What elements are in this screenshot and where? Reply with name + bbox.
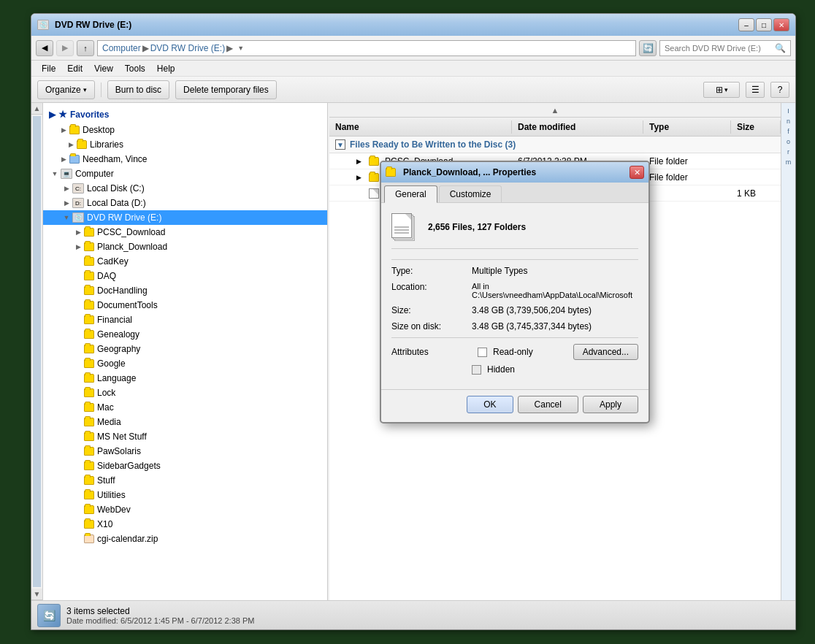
- nav-stuff[interactable]: Stuff: [43, 473, 327, 488]
- nav-dvd-drive[interactable]: ▼ 💿 DVD RW Drive (E:): [43, 210, 327, 225]
- local-d-label: Local Data (D:): [87, 198, 146, 208]
- advanced-button[interactable]: Advanced...: [573, 344, 638, 360]
- file-size: [731, 176, 781, 179]
- dvd-expand-icon[interactable]: ▼: [61, 212, 72, 223]
- menu-file[interactable]: File: [36, 62, 61, 75]
- help-button[interactable]: ?: [770, 82, 789, 98]
- nav-pcsc[interactable]: ▶ PCSC_Download: [43, 225, 327, 239]
- financial-label: Financial: [97, 315, 132, 325]
- pcsc-expand-icon[interactable]: ▶: [72, 226, 84, 238]
- organize-button[interactable]: Organize ▾: [37, 80, 95, 99]
- planck-expand-icon[interactable]: ▶: [72, 241, 84, 253]
- libraries-expand-icon[interactable]: ▶: [65, 139, 77, 150]
- nav-financial[interactable]: Financial: [43, 313, 327, 327]
- msnetstuff-label: MS Net Stuff: [97, 432, 147, 442]
- menu-tools[interactable]: Tools: [119, 62, 151, 75]
- ok-button[interactable]: OK: [467, 396, 513, 413]
- refresh-button[interactable]: 🔄: [639, 40, 657, 56]
- nav-webdev[interactable]: WebDev: [43, 502, 327, 517]
- nav-media[interactable]: Media: [43, 415, 327, 429]
- nav-geography[interactable]: Geography: [43, 342, 327, 356]
- nav-x10[interactable]: X10: [43, 517, 327, 532]
- local-c-expand-icon[interactable]: ▶: [61, 183, 72, 194]
- group-expand-icon[interactable]: ▼: [335, 139, 345, 150]
- dialog-close-button[interactable]: ✕: [630, 166, 644, 179]
- dialog-file-info: 2,656 Files, 127 Folders: [391, 213, 638, 249]
- nav-sidebargadgets[interactable]: SidebarGadgets: [43, 459, 327, 473]
- tab-general[interactable]: General: [384, 185, 437, 203]
- nav-genealogy[interactable]: Genealogy: [43, 327, 327, 342]
- favorites-header[interactable]: ▶ ★ Favorites: [43, 106, 327, 123]
- nav-language[interactable]: Language: [43, 371, 327, 386]
- file-expand-icon[interactable]: ▶: [351, 174, 366, 181]
- computer-label: Computer: [75, 169, 114, 179]
- computer-expand-icon[interactable]: ▼: [49, 168, 61, 180]
- file-expand-icon[interactable]: ▶: [351, 158, 366, 165]
- col-header-size[interactable]: Size: [731, 120, 781, 134]
- nav-msnetstuff[interactable]: MS Net Stuff: [43, 429, 327, 444]
- readonly-checkbox[interactable]: [478, 348, 487, 357]
- dialog-title-icon: [386, 168, 396, 177]
- nav-utilities[interactable]: Utilities: [43, 488, 327, 502]
- back-button[interactable]: ◀: [36, 40, 53, 56]
- menu-help[interactable]: Help: [151, 62, 181, 75]
- toolbar-separator: [101, 83, 102, 97]
- group-label: Files Ready to Be Written to the Disc (3…: [350, 139, 516, 150]
- menu-edit[interactable]: Edit: [61, 62, 88, 75]
- address-path[interactable]: Computer ▶ DVD RW Drive (E:) ▶ ▼: [97, 40, 636, 56]
- local-d-expand-icon[interactable]: ▶: [61, 197, 72, 209]
- nav-scroll-up[interactable]: ▲: [31, 103, 42, 115]
- nav-local-d[interactable]: ▶ D: Local Data (D:): [43, 196, 327, 210]
- nav-dochandling[interactable]: DocHandling: [43, 283, 327, 298]
- favorites-expand-icon: ▶: [49, 110, 56, 120]
- nav-daq[interactable]: DAQ: [43, 269, 327, 283]
- forward-button[interactable]: ▶: [56, 40, 74, 56]
- sidebargadgets-icon: [84, 461, 94, 470]
- nav-cgicalendar[interactable]: cgi-calendar.zip: [43, 532, 327, 546]
- menu-view[interactable]: View: [88, 62, 119, 75]
- details-pane-button[interactable]: ☰: [746, 82, 765, 98]
- nav-lock[interactable]: Lock: [43, 386, 327, 400]
- nav-scroll-down[interactable]: ▼: [31, 589, 42, 600]
- nav-planck[interactable]: ▶ Planck_Download: [43, 239, 327, 254]
- nav-desktop[interactable]: ▶ Desktop: [43, 123, 327, 137]
- dialog-title: Planck_Download, ... Properties: [403, 167, 536, 177]
- up-button[interactable]: ↑: [77, 40, 94, 56]
- view-options-button[interactable]: ⊞ ▾: [703, 82, 740, 98]
- nav-computer[interactable]: ▼ 💻 Computer: [43, 166, 327, 181]
- file-doc-icon: [369, 188, 379, 199]
- burn-button[interactable]: Burn to disc: [107, 80, 169, 99]
- files-group-header[interactable]: ▼ Files Ready to Be Written to the Disc …: [329, 137, 781, 153]
- search-box[interactable]: 🔍: [659, 40, 791, 56]
- daq-folder-icon: [84, 272, 94, 280]
- nav-libraries[interactable]: ▶ Libraries: [43, 137, 327, 152]
- col-header-date[interactable]: Date modified: [512, 120, 643, 134]
- delete-button[interactable]: Delete temporary files: [175, 80, 277, 99]
- cancel-button[interactable]: Cancel: [518, 396, 578, 413]
- nav-cadkey[interactable]: CadKey: [43, 254, 327, 269]
- minimize-button[interactable]: –: [738, 18, 754, 31]
- nav-local-c[interactable]: ▶ C: Local Disk (C:): [43, 181, 327, 196]
- needham-expand-icon[interactable]: ▶: [58, 153, 69, 165]
- path-dropdown-arrow[interactable]: ▼: [237, 45, 244, 52]
- apply-button[interactable]: Apply: [583, 396, 638, 413]
- search-input[interactable]: [665, 44, 773, 53]
- col-header-type[interactable]: Type: [643, 120, 731, 134]
- nav-google[interactable]: Google: [43, 356, 327, 371]
- search-icon[interactable]: 🔍: [775, 43, 786, 53]
- nav-mac[interactable]: Mac: [43, 400, 327, 415]
- x10-icon: [84, 520, 94, 529]
- geography-icon: [84, 345, 94, 353]
- prop-size-value: 3.48 GB (3,739,506,204 bytes): [472, 305, 638, 315]
- column-scroll-up[interactable]: ▲: [329, 103, 781, 118]
- nav-needham[interactable]: ▶ Needham, Vince: [43, 152, 327, 166]
- nav-doctools[interactable]: DocumentTools: [43, 298, 327, 313]
- nav-pawsolaris[interactable]: PawSolaris: [43, 444, 327, 459]
- desktop-expand-icon[interactable]: ▶: [58, 124, 69, 136]
- close-button[interactable]: ✕: [773, 18, 789, 31]
- col-header-name[interactable]: Name: [329, 120, 512, 134]
- hidden-checkbox[interactable]: [472, 365, 481, 375]
- dialog-buttons: OK Cancel Apply: [381, 389, 648, 422]
- tab-customize[interactable]: Customize: [439, 185, 502, 202]
- maximize-button[interactable]: □: [756, 18, 772, 31]
